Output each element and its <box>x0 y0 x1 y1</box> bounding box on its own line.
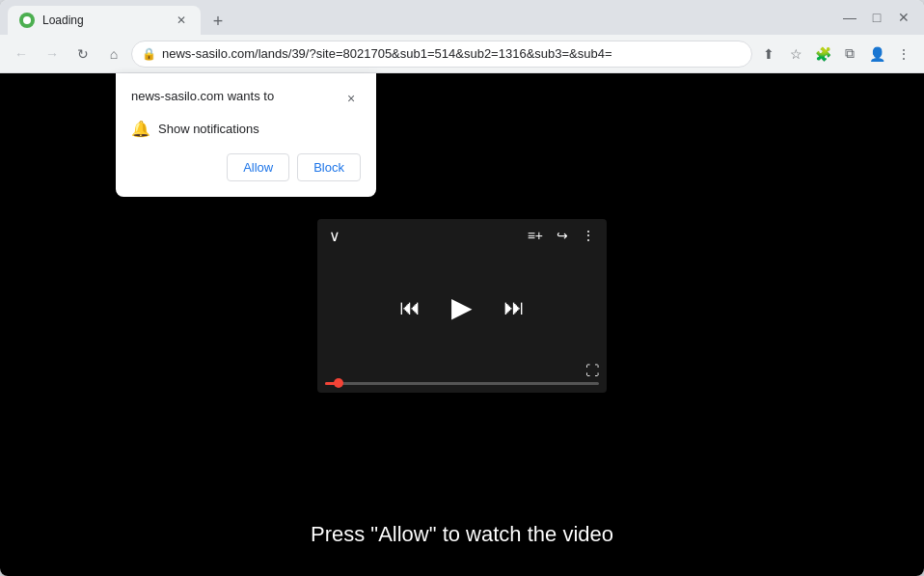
play-button[interactable]: ▶ <box>451 291 473 323</box>
tab-bar: Loading ✕ + <box>8 0 837 35</box>
tab-favicon <box>19 13 35 28</box>
more-icon[interactable]: ⋮ <box>582 228 595 243</box>
address-bar[interactable]: 🔒 news-sasilo.com/lands/39/?site=8021705… <box>131 41 752 68</box>
popup-notification-row: 🔔 Show notifications <box>131 120 361 138</box>
block-button[interactable]: Block <box>297 153 361 181</box>
notification-popup: news-sasilo.com wants to × 🔔 Show notifi… <box>116 73 376 197</box>
home-icon: ⌂ <box>110 46 118 62</box>
maximize-button[interactable]: □ <box>864 5 889 30</box>
share-icon[interactable]: ↪ <box>557 228 568 243</box>
video-bottom-row: ⛶ <box>325 363 599 378</box>
lock-icon: 🔒 <box>142 47 156 61</box>
minimize-button[interactable]: — <box>837 5 862 30</box>
title-bar-right: — □ ✕ <box>837 5 916 30</box>
title-bar: Loading ✕ + — □ ✕ <box>0 0 924 35</box>
home-button[interactable]: ⌂ <box>100 41 127 68</box>
active-tab[interactable]: Loading ✕ <box>8 6 201 35</box>
forward-icon: → <box>45 46 59 62</box>
account-icon: 👤 <box>869 46 885 62</box>
video-progress-bar[interactable] <box>325 382 599 385</box>
url-text: news-sasilo.com/lands/39/?site=8021705&s… <box>162 46 742 61</box>
minimize-icon: — <box>843 10 856 25</box>
bookmark-button[interactable]: ☆ <box>783 41 808 67</box>
bell-icon: 🔔 <box>131 120 150 138</box>
prev-button[interactable]: ⏮ <box>399 295 421 320</box>
next-button[interactable]: ⏭ <box>503 295 525 320</box>
back-icon: ← <box>14 46 28 62</box>
cta-text: Press "Allow" to watch the video <box>0 522 924 547</box>
tab-close-button[interactable]: ✕ <box>174 13 189 28</box>
share-icon: ⬆ <box>763 46 775 62</box>
menu-button[interactable]: ⋮ <box>891 41 916 67</box>
back-button[interactable]: ← <box>8 41 35 68</box>
account-button[interactable]: 👤 <box>864 41 889 67</box>
nav-right-actions: ⬆ ☆ 🧩 ⧉ 👤 ⋮ <box>756 41 916 67</box>
browser-window: Loading ✕ + — □ ✕ ← → ↻ ⌂ <box>0 0 924 576</box>
video-top-controls: ∨ ≡+ ↪ ⋮ <box>317 219 607 253</box>
popup-buttons: Allow Block <box>131 153 361 181</box>
video-top-right: ≡+ ↪ ⋮ <box>528 228 595 243</box>
queue-icon[interactable]: ≡+ <box>528 228 543 243</box>
refresh-icon: ↻ <box>77 46 89 62</box>
tab-title: Loading <box>42 14 166 27</box>
forward-button[interactable]: → <box>39 41 66 68</box>
split-button[interactable]: ⧉ <box>837 41 862 67</box>
share-button[interactable]: ⬆ <box>756 41 781 67</box>
split-icon: ⧉ <box>845 45 855 62</box>
video-bottom: ⛶ <box>317 363 607 393</box>
video-main-controls: ⏮ ▶ ⏭ <box>317 253 607 363</box>
fullscreen-icon[interactable]: ⛶ <box>585 363 599 378</box>
navigation-bar: ← → ↻ ⌂ 🔒 news-sasilo.com/lands/39/?site… <box>0 35 924 73</box>
page-content: news-sasilo.com wants to × 🔔 Show notifi… <box>0 73 924 576</box>
popup-title: news-sasilo.com wants to <box>131 89 274 103</box>
star-icon: ☆ <box>790 46 802 62</box>
close-icon: ✕ <box>898 10 910 25</box>
new-tab-button[interactable]: + <box>204 8 231 35</box>
maximize-icon: □ <box>873 10 881 25</box>
video-player: ∨ ≡+ ↪ ⋮ ⏮ ▶ ⏭ ⛶ <box>317 219 607 393</box>
popup-close-button[interactable]: × <box>341 89 361 108</box>
popup-notification-text: Show notifications <box>158 122 259 136</box>
refresh-button[interactable]: ↻ <box>69 41 96 68</box>
extension-icon: 🧩 <box>815 46 831 62</box>
cta-label: Press "Allow" to watch the video <box>311 522 613 546</box>
chevron-down-icon[interactable]: ∨ <box>329 227 340 245</box>
popup-header: news-sasilo.com wants to × <box>131 89 361 108</box>
video-progress-dot <box>334 378 343 388</box>
extension-button[interactable]: 🧩 <box>810 41 835 67</box>
menu-icon: ⋮ <box>897 46 910 62</box>
close-button[interactable]: ✕ <box>891 5 916 30</box>
allow-button[interactable]: Allow <box>227 153 289 181</box>
